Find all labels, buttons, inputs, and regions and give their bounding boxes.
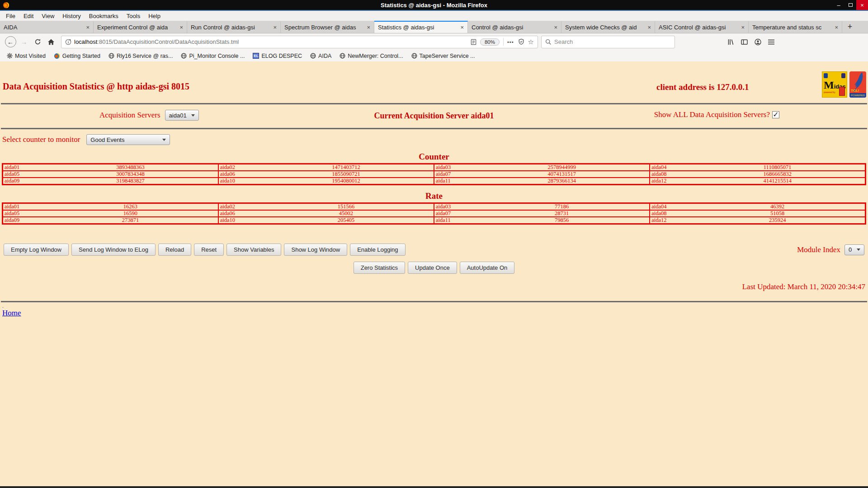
show-all-servers-checkbox[interactable]: ✓: [772, 111, 779, 118]
account-button[interactable]: [751, 36, 764, 48]
tab-close-icon[interactable]: ×: [551, 24, 557, 31]
maximize-button[interactable]: [844, 0, 856, 10]
server-value: 2879366134: [474, 178, 649, 184]
show-variables-button[interactable]: Show Variables: [226, 244, 281, 256]
table-row: aida053007834348aida061855090721aida0740…: [3, 171, 866, 178]
home-button[interactable]: [44, 36, 58, 48]
search-bar: [541, 36, 675, 48]
minimize-button[interactable]: –: [833, 0, 844, 10]
module-index-select[interactable]: 0: [844, 244, 864, 255]
close-button[interactable]: ×: [856, 0, 868, 10]
show-log-window-button[interactable]: Show Log Window: [284, 244, 347, 256]
tab-experiment-control-aida[interactable]: Experiment Control @ aida×: [94, 21, 187, 33]
bookmark-pi-monitor-console[interactable]: Pi_Monitor Console ...: [177, 53, 249, 59]
tab-close-icon[interactable]: ×: [457, 24, 464, 31]
tab-spectrum-browser-aidas[interactable]: Spectrum Browser @ aidas×: [281, 21, 374, 33]
show-all-servers-label: Show ALL Data Acquisition Servers?: [654, 110, 770, 119]
tcl-powered-logo-image[interactable]: TCL! POWERED: [849, 71, 866, 98]
url-bar[interactable]: localhost:8015/DataAcquisitionControl/Da…: [61, 36, 538, 48]
server-name-label: aida11: [434, 178, 474, 184]
bookmark-tapeserver-service[interactable]: TapeServer Service ...: [407, 53, 479, 59]
tab-close-icon[interactable]: ×: [831, 24, 838, 31]
counter-selected-value: Good Events: [90, 136, 158, 143]
stat-cell-aida06: aida0645002: [218, 210, 434, 217]
tracking-protection-shield-icon[interactable]: [518, 38, 524, 45]
server-name-label: aida12: [650, 217, 690, 223]
tab-aida[interactable]: AIDA×: [0, 21, 94, 33]
server-name-label: aida01: [3, 204, 43, 210]
autoupdate-on-button[interactable]: AutoUpdate On: [460, 262, 515, 274]
horizontal-rule: [1, 301, 867, 302]
server-value: 235924: [690, 217, 865, 223]
tab-run-control-aidas-gsi[interactable]: Run Control @ aidas-gsi×: [187, 21, 281, 33]
search-input[interactable]: [554, 38, 671, 45]
bookmark-star-icon[interactable]: ☆: [528, 38, 534, 46]
page-header: Data Acquisition Statistics @ http aidas…: [0, 61, 868, 103]
bookmark-newmerger-control[interactable]: NewMerger: Control...: [335, 53, 407, 59]
stat-cell-aida11: aida112879366134: [434, 178, 650, 185]
forward-icon: →: [21, 38, 28, 46]
reload-button[interactable]: [31, 36, 44, 48]
page-actions-icon[interactable]: •••: [507, 39, 514, 45]
counter-monitor-select[interactable]: Good Events: [86, 134, 170, 145]
reset-button[interactable]: Reset: [194, 244, 224, 256]
rate-heading: Rate: [0, 191, 868, 201]
new-tab-button[interactable]: +: [842, 21, 858, 33]
menu-bookmarks[interactable]: Bookmarks: [85, 13, 123, 19]
zero-statistics-button[interactable]: Zero Statistics: [354, 262, 405, 274]
bookmark-aida[interactable]: AIDA: [306, 53, 335, 59]
tab-temperature-and-status-sc[interactable]: Temperature and status sc×: [749, 21, 842, 33]
tab-asic-control-aidas-gsi[interactable]: ASIC Control @ aidas-gsi×: [655, 21, 749, 33]
library-button[interactable]: [724, 36, 737, 48]
rate-table: aida0116263aida02151566aida0377186aida04…: [2, 202, 866, 225]
stat-cell-aida12: aida124141215514: [650, 178, 865, 185]
stat-cell-aida07: aida074074131517: [434, 171, 650, 178]
site-info-icon[interactable]: [65, 39, 71, 45]
tab-close-icon[interactable]: ×: [83, 24, 90, 31]
enable-logging-button[interactable]: Enable Logging: [350, 244, 405, 256]
server-value: 51058: [690, 211, 865, 216]
tab-close-icon[interactable]: ×: [363, 24, 370, 31]
server-name-label: aida05: [3, 171, 43, 177]
back-button[interactable]: ←: [4, 36, 17, 48]
bookmark-rly16-service-ras[interactable]: Rly16 Service @ ras...: [104, 53, 177, 59]
empty-log-window-button[interactable]: Empty Log Window: [4, 244, 69, 256]
update-once-button[interactable]: Update Once: [408, 262, 457, 274]
midas-logo-image[interactable]: Midas powered by: [822, 71, 847, 98]
menu-help[interactable]: Help: [144, 13, 165, 19]
tab-close-icon[interactable]: ×: [738, 24, 745, 31]
menu-history[interactable]: History: [58, 13, 85, 19]
table-row: aida013893488363aida021471403712aida0325…: [3, 164, 866, 171]
menu-file[interactable]: File: [2, 13, 19, 19]
bookmark-most-visited[interactable]: Most Visited: [3, 53, 50, 59]
table-row: aida0516590aida0645002aida0728731aida085…: [3, 210, 866, 217]
sidebars-button[interactable]: [737, 36, 751, 48]
server-name-label: aida12: [650, 178, 690, 184]
tab-close-icon[interactable]: ×: [176, 24, 183, 31]
update-buttons-row: Zero StatisticsUpdate OnceAutoUpdate On: [0, 262, 868, 274]
tab-label: Experiment Control @ aida: [97, 24, 176, 31]
tab-close-icon[interactable]: ×: [270, 24, 277, 31]
server-name-label: aida06: [219, 171, 259, 177]
tab-system-wide-checks-aid[interactable]: System wide Checks @ aid×: [561, 21, 655, 33]
forward-button[interactable]: →: [17, 36, 31, 48]
tab-close-icon[interactable]: ×: [644, 24, 651, 31]
reload-button[interactable]: Reload: [158, 244, 191, 256]
menu-hamburger-button[interactable]: [764, 36, 778, 48]
server-value: 45002: [259, 211, 434, 216]
zoom-level-badge[interactable]: 80%: [480, 38, 500, 46]
menu-tools[interactable]: Tools: [123, 13, 144, 19]
reader-view-icon[interactable]: [471, 39, 476, 45]
tab-control-aidas-gsi[interactable]: Control @ aidas-gsi×: [468, 21, 561, 33]
last-updated-text: Last Updated: March 11, 2020 20:34:47: [0, 282, 868, 291]
home-link[interactable]: Home: [2, 309, 21, 318]
bookmark-getting-started[interactable]: Getting Started: [50, 53, 104, 59]
bookmark-elog-despec[interactable]: ELELOG DESPEC: [249, 53, 306, 59]
menu-edit[interactable]: Edit: [19, 13, 38, 19]
server-value: 1471403712: [259, 164, 434, 170]
server-value: 2578944999: [474, 164, 649, 170]
footer-dot: .: [2, 304, 868, 308]
menu-view[interactable]: View: [38, 13, 58, 19]
send-log-window-to-elog-button[interactable]: Send Log Window to ELog: [71, 244, 156, 256]
tab-statistics-aidas-gsi[interactable]: Statistics @ aidas-gsi×: [374, 21, 468, 33]
